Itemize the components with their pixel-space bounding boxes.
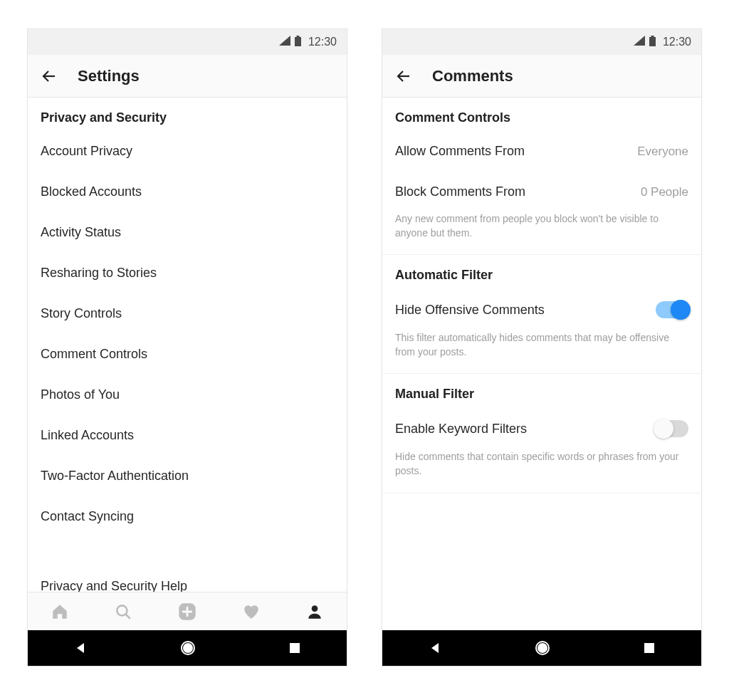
app-header: Comments	[382, 55, 701, 98]
phone-settings: 12:30 Settings Privacy and Security Acco…	[27, 28, 347, 667]
settings-item-account-privacy[interactable]: Account Privacy	[28, 131, 347, 172]
svg-line-3	[126, 614, 130, 618]
row-label: Enable Keyword Filters	[395, 422, 527, 437]
profile-icon[interactable]	[305, 602, 324, 621]
settings-item-blocked-accounts[interactable]: Blocked Accounts	[28, 172, 347, 212]
heart-icon[interactable]	[242, 602, 261, 621]
row-enable-keyword: Enable Keyword Filters	[382, 407, 701, 450]
row-block-comments[interactable]: Block Comments From 0 People	[382, 172, 701, 212]
toggle-hide-offensive[interactable]	[656, 301, 688, 318]
settings-item-photos-of-you[interactable]: Photos of You	[28, 375, 347, 415]
svg-point-12	[538, 644, 547, 652]
settings-item-activity-status[interactable]: Activity Status	[28, 212, 347, 253]
back-icon[interactable]	[395, 68, 412, 85]
status-time: 12:30	[308, 36, 337, 48]
section-title-manual-filter: Manual Filter	[382, 374, 701, 407]
block-helper-text: Any new comment from people you block wo…	[382, 212, 701, 254]
android-nav	[382, 630, 701, 666]
settings-item-linked-accounts[interactable]: Linked Accounts	[28, 415, 347, 456]
page-title: Settings	[78, 67, 140, 85]
battery-icon	[295, 36, 301, 49]
page-title: Comments	[432, 67, 513, 85]
nav-home-icon[interactable]	[180, 640, 196, 656]
svg-rect-1	[296, 36, 299, 37]
settings-item-two-factor[interactable]: Two-Factor Authentication	[28, 456, 347, 496]
svg-rect-8	[290, 643, 300, 653]
svg-point-2	[117, 605, 127, 615]
comments-content: Comment Controls Allow Comments From Eve…	[382, 98, 701, 630]
status-bar: 12:30	[382, 29, 701, 55]
divider	[382, 493, 701, 493]
settings-item-resharing-stories[interactable]: Resharing to Stories	[28, 253, 347, 293]
svg-rect-9	[649, 37, 656, 46]
row-allow-comments[interactable]: Allow Comments From Everyone	[382, 131, 701, 172]
settings-item-contact-syncing[interactable]: Contact Syncing	[28, 496, 347, 537]
svg-point-7	[184, 644, 192, 652]
android-nav	[28, 630, 347, 666]
row-value: 0 People	[641, 185, 688, 199]
nav-recent-icon[interactable]	[644, 642, 655, 654]
nav-home-icon[interactable]	[535, 640, 550, 656]
row-label: Hide Offensive Comments	[395, 303, 545, 318]
section-title-privacy: Privacy and Security	[28, 98, 347, 131]
signal-icon	[634, 36, 645, 48]
app-header: Settings	[28, 55, 347, 98]
nav-recent-icon[interactable]	[289, 642, 300, 654]
back-icon[interactable]	[41, 68, 58, 85]
settings-content: Privacy and Security Account Privacy Blo…	[28, 98, 347, 592]
settings-item-privacy-help[interactable]: Privacy and Security Help	[28, 572, 347, 592]
section-title-automatic-filter: Automatic Filter	[382, 255, 701, 288]
nav-back-icon[interactable]	[74, 642, 87, 654]
row-label: Block Comments From	[395, 184, 525, 199]
toggle-enable-keyword[interactable]	[656, 420, 688, 437]
phone-comments: 12:30 Comments Comment Controls Allow Co…	[382, 28, 702, 667]
svg-point-5	[312, 605, 318, 612]
settings-item-comment-controls[interactable]: Comment Controls	[28, 334, 347, 375]
section-title-comment-controls: Comment Controls	[382, 98, 701, 131]
row-hide-offensive: Hide Offensive Comments	[382, 288, 701, 331]
svg-rect-13	[644, 643, 654, 653]
add-post-icon[interactable]	[177, 602, 197, 622]
search-icon[interactable]	[114, 602, 132, 621]
svg-rect-0	[295, 37, 301, 46]
home-icon[interactable]	[51, 602, 69, 621]
enable-helper-text: Hide comments that contain specific word…	[382, 450, 701, 492]
nav-back-icon[interactable]	[429, 642, 441, 654]
svg-rect-10	[651, 36, 654, 37]
row-value: Everyone	[637, 145, 688, 159]
signal-icon	[279, 36, 290, 48]
tab-bar	[28, 592, 347, 630]
status-time: 12:30	[663, 36, 691, 48]
battery-icon	[649, 36, 656, 49]
hide-helper-text: This filter automatically hides comments…	[382, 331, 701, 373]
settings-item-story-controls[interactable]: Story Controls	[28, 293, 347, 334]
status-bar: 12:30	[28, 29, 347, 55]
row-label: Allow Comments From	[395, 144, 525, 159]
